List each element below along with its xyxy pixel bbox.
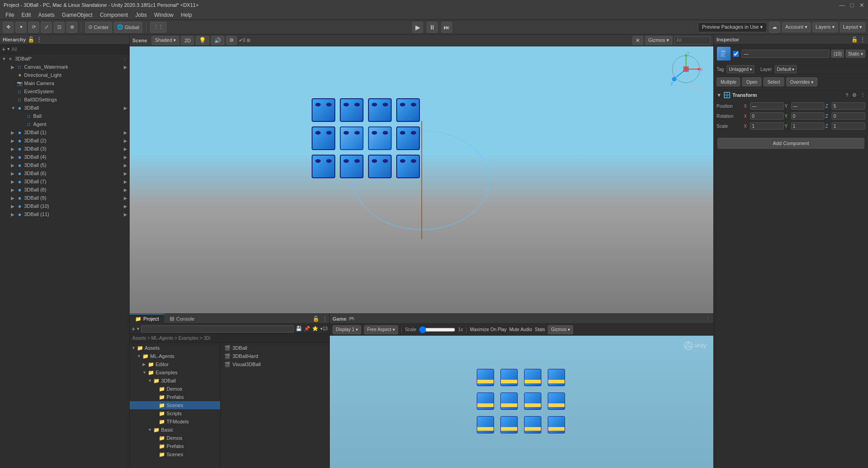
tree-basic[interactable]: ▼ 📁 Basic [130, 426, 220, 434]
tab-project[interactable]: 📁 Project [130, 314, 164, 324]
hier-item-3dball-scene[interactable]: ▼ ≡ 3DBall* ⋮ [0, 55, 129, 63]
lock-icon3[interactable]: 🔓 [851, 36, 858, 43]
open-btn[interactable]: Open [742, 77, 761, 86]
dropdown-project-btn[interactable]: ▾ [137, 326, 139, 331]
tree-mlagents[interactable]: ▼ 📁 ML-Agents [130, 352, 220, 360]
menu-item-window[interactable]: Window [151, 11, 177, 19]
2d-mode-btn[interactable]: 2D [181, 36, 194, 45]
rotation-z-input[interactable]: 0 [832, 112, 865, 120]
preview-packages-btn[interactable]: Preview Packages in Use ▾ [698, 22, 767, 32]
hier-item-3dball7[interactable]: ▶ ■ 3DBall (7) ▶ [0, 177, 129, 186]
tree-scenes2[interactable]: 📁 Scenes [130, 450, 220, 458]
hier-item-3dball9[interactable]: ▶ ■ 3DBall (9) ▶ [0, 194, 129, 202]
layers-btn[interactable]: Layers ▾ [812, 22, 838, 32]
scene-close-btn[interactable]: ✕ [632, 36, 643, 45]
dropdown-hierarchy-btn[interactable]: ▾ [7, 46, 10, 51]
tool-move[interactable]: ✦ [15, 22, 26, 33]
account-btn[interactable]: Account ▾ [782, 22, 811, 32]
tree-prefabs2[interactable]: 📁 Prefabs [130, 442, 220, 450]
tool-rotate[interactable]: ⟳ [28, 22, 39, 33]
tab-console[interactable]: ▤ Console [164, 314, 200, 324]
layout-btn[interactable]: Layout ▾ [840, 22, 865, 32]
pivot-global-btn[interactable]: 🌐 Global [114, 22, 142, 33]
hier-item-3dball[interactable]: ▼ ■ 3DBall ▶ [0, 104, 129, 112]
gizmos-btn[interactable]: Gizmos ▾ [645, 36, 672, 45]
game-view[interactable]: unity [330, 336, 713, 468]
pause-btn[interactable]: ⏸ [427, 22, 438, 33]
rotation-x-input[interactable]: 0 [750, 112, 784, 120]
tool-scale[interactable]: ⤢ [41, 22, 52, 33]
menu-item-gameobject[interactable]: GameObject [58, 11, 96, 19]
multiple-btn[interactable]: Multiple [717, 77, 740, 86]
snap-btn[interactable]: ⋮⋮ [150, 22, 167, 33]
project-search-input[interactable] [141, 325, 294, 332]
step-btn[interactable]: ⏭ [441, 22, 452, 33]
tree-examples[interactable]: ▼ 📁 Examples [130, 368, 220, 377]
tag-dropdown[interactable]: Untagged ▾ [727, 65, 754, 73]
game-more-icon[interactable]: ⋮ [706, 316, 711, 322]
hier-item-3dball5[interactable]: ▶ ■ 3DBall (5) ▶ [0, 161, 129, 169]
tree-assets[interactable]: ▼ 📁 Assets [130, 344, 220, 352]
hier-item-3dball8[interactable]: ▶ ■ 3DBall (8) ▶ [0, 186, 129, 194]
menu-item-help[interactable]: Help [177, 11, 196, 19]
position-z-input[interactable]: 5 [832, 102, 865, 110]
game-gizmos-btn[interactable]: Gizmos ▾ [548, 325, 573, 334]
minimize-btn[interactable]: — [839, 2, 845, 9]
hier-item-agent[interactable]: □ Agent [0, 120, 129, 128]
cloud-btn[interactable]: ☁ [769, 22, 780, 33]
pivot-center-btn[interactable]: ⊙ Center [85, 22, 112, 33]
more-icon[interactable]: ⋮ [36, 36, 42, 43]
more-btn[interactable]: ⋮ [123, 56, 127, 61]
scene-search-input[interactable] [674, 36, 711, 45]
tool-rect[interactable]: ⊡ [54, 22, 65, 33]
hier-item-3dball10[interactable]: ▶ ■ 3DBall (10) ▶ [0, 202, 129, 210]
scene-view[interactable]: Y X Z < Perso [130, 46, 713, 313]
maximize-on-play-btn[interactable]: Maximize On Play [470, 325, 507, 334]
hier-item-3dball6[interactable]: ▶ ■ 3DBall (6) ▶ [0, 169, 129, 177]
tool-hand[interactable]: ✥ [3, 22, 14, 33]
transform-help-icon[interactable]: ? [845, 92, 848, 98]
effects-btn[interactable]: ⚙ [226, 36, 237, 45]
persp-label[interactable]: < Perso [686, 85, 702, 90]
transform-more-icon[interactable]: ⋮ [860, 92, 865, 98]
scale-slider[interactable] [419, 326, 455, 333]
position-y-input[interactable]: — [791, 102, 825, 110]
audio-btn[interactable]: 🔊 [211, 36, 224, 45]
more-icon3[interactable]: ⋮ [860, 36, 865, 43]
scale-z-input[interactable]: 1 [832, 122, 865, 130]
tree-editor[interactable]: ▶ 📁 Editor [130, 360, 220, 368]
pin-icon[interactable]: 📌 [304, 326, 310, 332]
display-btn[interactable]: Display 1 ▾ [333, 325, 361, 334]
hier-item-3dball11[interactable]: ▶ ■ 3DBall (11) ▶ [0, 210, 129, 218]
aspect-btn[interactable]: Free Aspect ▾ [364, 325, 398, 334]
menu-item-file[interactable]: File [2, 11, 18, 19]
hier-item-3dball4[interactable]: ▶ ■ 3DBall (4) ▶ [0, 153, 129, 161]
go-name-field[interactable]: — [742, 50, 829, 58]
close-btn[interactable]: ✕ [859, 2, 864, 9]
menu-item-jobs[interactable]: Jobs [131, 11, 150, 19]
hier-item-ball3dsettings[interactable]: □ Ball3DSettings [0, 96, 129, 104]
menu-item-assets[interactable]: Assets [35, 11, 58, 19]
hier-item-3dball1[interactable]: ▶ ■ 3DBall (1) ▶ [0, 128, 129, 136]
scale-y-input[interactable]: 1 [791, 122, 825, 130]
lock-icon2[interactable]: 🔓 [313, 316, 319, 322]
hier-item-ball[interactable]: □ Ball [0, 112, 129, 120]
go-active-checkbox[interactable] [733, 51, 739, 57]
position-x-input[interactable]: — [750, 102, 784, 110]
layer-dropdown[interactable]: Default ▾ [775, 65, 797, 73]
tree-demos1[interactable]: 📁 Demos [130, 385, 220, 393]
hier-item-eventsystem[interactable]: □ EventSystem [0, 87, 129, 96]
transform-settings-icon[interactable]: ⚙ [852, 92, 857, 98]
hier-item-canvas[interactable]: ▶ □ Canvas_Watermark ▶ [0, 63, 129, 71]
select-btn[interactable]: Select [763, 77, 784, 86]
file-visual3dball[interactable]: 🎬 Visual3DBall [221, 360, 329, 368]
tree-scenes1[interactable]: 📁 Scenes [130, 401, 220, 409]
hier-item-maincamera[interactable]: 📷 Main Camera [0, 79, 129, 87]
mute-audio-btn[interactable]: Mute Audio [509, 325, 532, 334]
maximize-btn[interactable]: □ [850, 2, 854, 9]
play-btn[interactable]: ▶ [412, 22, 423, 33]
shading-mode-btn[interactable]: Shaded ▾ [151, 36, 179, 45]
hier-item-3dball3[interactable]: ▶ ■ 3DBall (3) ▶ [0, 145, 129, 153]
lock-icon[interactable]: 🔓 [28, 36, 35, 43]
scale-x-input[interactable]: 1 [750, 122, 784, 130]
